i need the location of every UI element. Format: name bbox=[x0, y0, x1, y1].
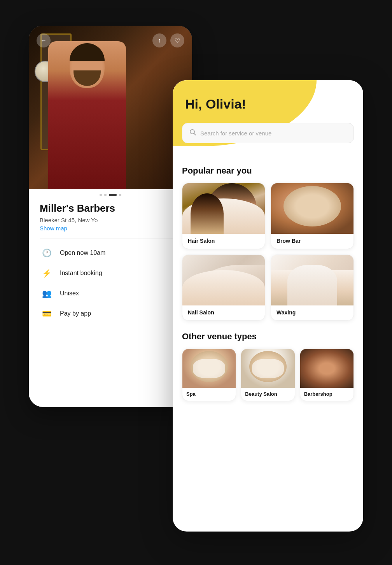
front-card: Hi, Olivia! Search for service or venue … bbox=[173, 80, 363, 532]
back-card: ← ↑ ♡ Miller's Barbers Ble bbox=[29, 26, 192, 407]
feature-gender-text: Unisex bbox=[60, 290, 79, 297]
other-section-title: Other venue types bbox=[182, 332, 354, 342]
hair-salon-image bbox=[182, 183, 265, 234]
svg-line-1 bbox=[194, 133, 196, 135]
brow-bar-image bbox=[271, 183, 354, 234]
feature-booking: ⚡ Instant booking bbox=[40, 266, 181, 280]
search-icon bbox=[189, 129, 196, 138]
greeting-text: Hi, Olivia! bbox=[185, 97, 246, 112]
header: Hi, Olivia! Search for service or venue bbox=[173, 80, 363, 158]
back-button[interactable]: ← bbox=[37, 33, 51, 47]
clock-icon: 🕐 bbox=[40, 246, 54, 260]
venue-details: Miller's Barbers Bleeker St 45, New Yo S… bbox=[29, 189, 192, 330]
search-placeholder: Search for service or venue bbox=[200, 130, 271, 137]
popular-item-nail-salon[interactable]: Nail Salon bbox=[182, 254, 265, 321]
feature-booking-text: Instant booking bbox=[60, 270, 102, 277]
venue-address: Bleeker St 45, New Yo bbox=[40, 217, 181, 223]
main-content: Popular near you Hair Salon Brow Bar bbox=[173, 158, 363, 532]
action-icons: ↑ ♡ bbox=[152, 33, 184, 47]
photo-nav: ← ↑ ♡ bbox=[29, 33, 192, 47]
lightning-icon: ⚡ bbox=[40, 266, 54, 280]
feature-hours-text: Open now 10am bbox=[60, 249, 105, 256]
other-item-spa[interactable]: Spa bbox=[182, 349, 236, 401]
dot-4 bbox=[119, 194, 121, 196]
spa-label: Spa bbox=[182, 388, 236, 401]
other-venues-grid: Spa Beauty Salon Barbershop bbox=[182, 349, 354, 401]
venue-features: 🕐 Open now 10am ⚡ Instant booking 👥 Unis… bbox=[40, 246, 181, 321]
spa-image bbox=[182, 349, 236, 388]
hair-salon-label: Hair Salon bbox=[182, 234, 265, 249]
popular-grid: Hair Salon Brow Bar Nail Salon bbox=[182, 183, 354, 321]
dot-2 bbox=[104, 194, 107, 196]
dot-3 bbox=[109, 194, 117, 196]
share-button[interactable]: ↑ bbox=[152, 33, 166, 47]
scene: ← ↑ ♡ Miller's Barbers Ble bbox=[29, 26, 363, 539]
popular-item-brow-bar[interactable]: Brow Bar bbox=[271, 183, 354, 249]
dot-1 bbox=[100, 194, 102, 196]
venue-name: Miller's Barbers bbox=[40, 202, 181, 214]
like-button[interactable]: ♡ bbox=[170, 33, 184, 47]
beauty-salon-label: Beauty Salon bbox=[241, 388, 294, 401]
feature-gender: 👥 Unisex bbox=[40, 286, 181, 300]
barbershop-image bbox=[300, 349, 354, 388]
feature-hours: 🕐 Open now 10am bbox=[40, 246, 181, 260]
people-icon: 👥 bbox=[40, 286, 54, 300]
brow-bar-label: Brow Bar bbox=[271, 234, 354, 249]
waxing-image bbox=[271, 255, 354, 305]
nail-salon-image bbox=[182, 255, 265, 305]
feature-payment: 💳 Pay by app bbox=[40, 307, 181, 321]
payment-icon: 💳 bbox=[40, 307, 54, 321]
popular-section-title: Popular near you bbox=[182, 166, 354, 176]
beauty-salon-image bbox=[241, 349, 294, 388]
barbershop-label: Barbershop bbox=[300, 388, 354, 401]
other-item-barbershop[interactable]: Barbershop bbox=[300, 349, 354, 401]
other-item-beauty-salon[interactable]: Beauty Salon bbox=[241, 349, 295, 401]
divider bbox=[40, 239, 181, 239]
waxing-label: Waxing bbox=[271, 305, 354, 320]
photo-dots bbox=[40, 194, 181, 196]
show-map-link[interactable]: Show map bbox=[40, 225, 181, 232]
search-bar[interactable]: Search for service or venue bbox=[182, 123, 354, 143]
popular-item-hair-salon[interactable]: Hair Salon bbox=[182, 183, 265, 249]
popular-item-waxing[interactable]: Waxing bbox=[271, 254, 354, 321]
nail-salon-label: Nail Salon bbox=[182, 305, 265, 320]
venue-photo: ← ↑ ♡ bbox=[29, 26, 192, 189]
feature-payment-text: Pay by app bbox=[60, 310, 91, 317]
